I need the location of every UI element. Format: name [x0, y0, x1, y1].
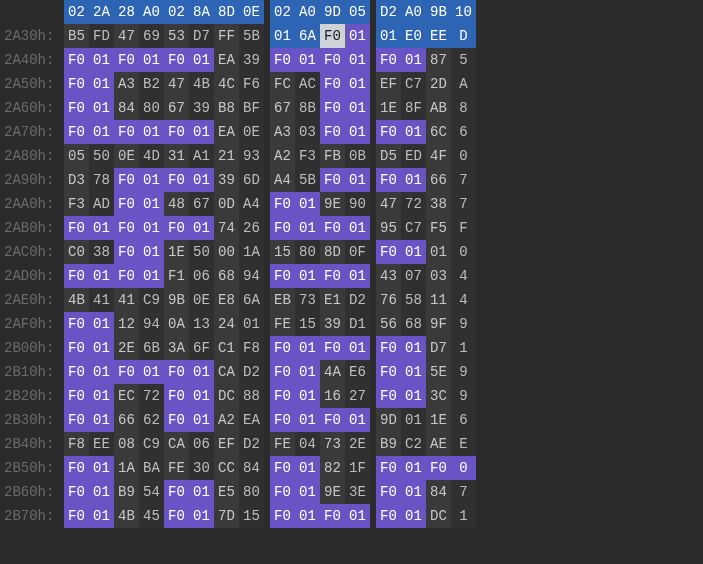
- hex-byte[interactable]: 4B: [64, 288, 89, 312]
- hex-byte[interactable]: 30: [189, 456, 214, 480]
- hex-byte[interactable]: 9: [451, 360, 476, 384]
- hex-byte[interactable]: 2D: [426, 72, 451, 96]
- hex-byte[interactable]: 01: [295, 192, 320, 216]
- hex-byte[interactable]: 4: [451, 288, 476, 312]
- hex-byte[interactable]: 01: [401, 48, 426, 72]
- hex-byte[interactable]: 4A: [320, 360, 345, 384]
- hex-byte[interactable]: 62: [139, 408, 164, 432]
- hex-byte[interactable]: 01: [345, 24, 370, 48]
- hex-byte[interactable]: E8: [214, 288, 239, 312]
- hex-byte[interactable]: A: [451, 72, 476, 96]
- hex-byte[interactable]: 94: [139, 312, 164, 336]
- hex-byte[interactable]: F: [451, 216, 476, 240]
- hex-byte[interactable]: F0: [270, 360, 295, 384]
- hex-byte[interactable]: 01: [139, 192, 164, 216]
- hex-byte[interactable]: 1A: [114, 456, 139, 480]
- hex-byte[interactable]: 01: [270, 24, 295, 48]
- hex-byte[interactable]: F0: [164, 360, 189, 384]
- hex-byte[interactable]: 01: [345, 120, 370, 144]
- hex-byte[interactable]: 9F: [426, 312, 451, 336]
- hex-byte[interactable]: 01: [401, 480, 426, 504]
- hex-byte[interactable]: B9: [376, 432, 401, 456]
- hex-byte[interactable]: EE: [89, 432, 114, 456]
- hex-byte[interactable]: E5: [214, 480, 239, 504]
- hex-byte[interactable]: 1E: [376, 96, 401, 120]
- hex-byte[interactable]: 01: [189, 216, 214, 240]
- hex-byte[interactable]: 7: [451, 480, 476, 504]
- hex-byte[interactable]: 8F: [401, 96, 426, 120]
- hex-byte[interactable]: D5: [376, 144, 401, 168]
- hex-byte[interactable]: 15: [239, 504, 264, 528]
- hex-byte[interactable]: 05: [64, 144, 89, 168]
- hex-byte[interactable]: 39: [320, 312, 345, 336]
- hex-byte[interactable]: FE: [164, 456, 189, 480]
- hex-byte[interactable]: F0: [64, 456, 89, 480]
- hex-byte[interactable]: ED: [401, 144, 426, 168]
- hex-byte[interactable]: 2A: [89, 0, 114, 24]
- hex-byte[interactable]: 0E: [239, 0, 264, 24]
- hex-byte[interactable]: F0: [64, 120, 89, 144]
- hex-byte[interactable]: D3: [64, 168, 89, 192]
- hex-byte[interactable]: 48: [164, 192, 189, 216]
- hex-byte[interactable]: BF: [239, 96, 264, 120]
- hex-byte[interactable]: 56: [376, 312, 401, 336]
- hex-byte[interactable]: 01: [401, 240, 426, 264]
- hex-byte[interactable]: 02: [164, 0, 189, 24]
- hex-byte[interactable]: 01: [89, 96, 114, 120]
- hex-byte[interactable]: 84: [114, 96, 139, 120]
- hex-byte[interactable]: 27: [345, 384, 370, 408]
- hex-byte[interactable]: 01: [189, 504, 214, 528]
- hex-byte[interactable]: C9: [139, 432, 164, 456]
- hex-byte[interactable]: 01: [401, 360, 426, 384]
- hex-byte[interactable]: 43: [376, 264, 401, 288]
- hex-byte[interactable]: 9B: [164, 288, 189, 312]
- hex-byte[interactable]: 5B: [295, 168, 320, 192]
- hex-byte[interactable]: F0: [64, 216, 89, 240]
- hex-byte[interactable]: C7: [401, 216, 426, 240]
- hex-byte[interactable]: 07: [401, 264, 426, 288]
- hex-byte[interactable]: 01: [401, 336, 426, 360]
- hex-byte[interactable]: F0: [376, 504, 401, 528]
- hex-byte[interactable]: 01: [89, 480, 114, 504]
- hex-byte[interactable]: 06: [189, 264, 214, 288]
- hex-byte[interactable]: 01: [345, 504, 370, 528]
- hex-byte[interactable]: F0: [320, 48, 345, 72]
- hex-byte[interactable]: 4F: [426, 144, 451, 168]
- hex-byte[interactable]: 01: [401, 120, 426, 144]
- hex-byte[interactable]: F0: [376, 48, 401, 72]
- hex-byte[interactable]: 01: [139, 240, 164, 264]
- hex-byte[interactable]: 67: [164, 96, 189, 120]
- hex-byte[interactable]: F0: [64, 384, 89, 408]
- hex-byte[interactable]: F0: [114, 48, 139, 72]
- hex-byte[interactable]: F0: [270, 216, 295, 240]
- hex-byte[interactable]: 66: [114, 408, 139, 432]
- hex-byte[interactable]: F0: [114, 360, 139, 384]
- hex-byte[interactable]: FD: [89, 24, 114, 48]
- hex-byte[interactable]: 6A: [239, 288, 264, 312]
- hex-byte[interactable]: CC: [214, 456, 239, 480]
- hex-byte[interactable]: F0: [64, 48, 89, 72]
- hex-byte[interactable]: 9B: [426, 0, 451, 24]
- hex-byte[interactable]: 01: [345, 264, 370, 288]
- hex-byte[interactable]: 01: [89, 120, 114, 144]
- hex-byte[interactable]: B9: [114, 480, 139, 504]
- hex-byte[interactable]: 02: [270, 0, 295, 24]
- hex-byte[interactable]: CA: [164, 432, 189, 456]
- hex-byte[interactable]: EF: [376, 72, 401, 96]
- hex-byte[interactable]: 0D: [214, 192, 239, 216]
- hex-byte[interactable]: F0: [164, 48, 189, 72]
- hex-byte[interactable]: 02: [64, 0, 89, 24]
- hex-byte[interactable]: 7: [451, 168, 476, 192]
- hex-byte[interactable]: 4C: [214, 72, 239, 96]
- hex-byte[interactable]: 66: [426, 168, 451, 192]
- hex-byte[interactable]: 84: [426, 480, 451, 504]
- hex-byte[interactable]: D1: [345, 312, 370, 336]
- hex-byte[interactable]: F0: [320, 168, 345, 192]
- hex-byte[interactable]: 01: [189, 408, 214, 432]
- hex-byte[interactable]: FE: [270, 312, 295, 336]
- hex-byte[interactable]: 2E: [114, 336, 139, 360]
- hex-byte[interactable]: 0: [451, 456, 476, 480]
- hex-byte[interactable]: A3: [270, 120, 295, 144]
- hex-byte[interactable]: 1: [451, 336, 476, 360]
- hex-byte[interactable]: 0: [451, 144, 476, 168]
